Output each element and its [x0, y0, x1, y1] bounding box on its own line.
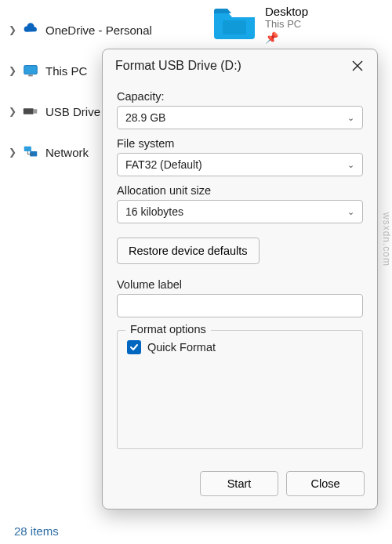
check-icon: [129, 343, 139, 352]
quick-format-checkbox[interactable]: [127, 340, 141, 354]
chevron-down-icon: ⌄: [347, 160, 354, 170]
quick-format-label: Quick Format: [147, 341, 216, 354]
status-bar-items: 28 items: [14, 524, 59, 538]
tree-item-label: OneDrive - Personal: [45, 24, 152, 37]
tree-item-label: USB Drive: [45, 105, 100, 118]
chevron-down-icon: ⌄: [347, 207, 354, 217]
format-dialog: Format USB Drive (D:) Capacity: 28.9 GB …: [102, 49, 378, 510]
item-title: Desktop: [265, 5, 308, 18]
pin-icon: 📌: [265, 31, 308, 44]
restore-defaults-button[interactable]: Restore device defaults: [117, 238, 260, 264]
svg-rect-2: [24, 108, 34, 114]
tree-item-onedrive[interactable]: ❯ OneDrive - Personal: [0, 14, 172, 45]
allocation-select[interactable]: 16 kilobytes ⌄: [117, 200, 363, 223]
capacity-select[interactable]: 28.9 GB ⌄: [117, 106, 363, 129]
watermark: wsxdn.com: [381, 212, 392, 267]
start-button[interactable]: Start: [200, 471, 278, 496]
chevron-right-icon: ❯: [6, 147, 19, 158]
onedrive-icon: [22, 21, 39, 38]
volume-label-input[interactable]: [117, 294, 363, 317]
filesystem-select[interactable]: FAT32 (Default) ⌄: [117, 153, 363, 176]
capacity-value: 28.9 GB: [125, 111, 165, 124]
content-item-desktop[interactable]: Desktop This PC 📌: [212, 5, 308, 44]
folder-icon: [212, 5, 257, 41]
tree-item-label: This PC: [45, 64, 87, 78]
close-icon: [352, 60, 363, 71]
usb-icon: [22, 103, 39, 120]
svg-rect-8: [223, 20, 246, 34]
svg-rect-3: [34, 109, 38, 114]
allocation-value: 16 kilobytes: [125, 205, 183, 218]
svg-rect-5: [30, 151, 37, 156]
chevron-right-icon: ❯: [6, 24, 19, 35]
dialog-title-text: Format USB Drive (D:): [115, 59, 241, 73]
thispc-icon: [22, 62, 39, 79]
chevron-right-icon: ❯: [6, 106, 19, 117]
allocation-label: Allocation unit size: [117, 184, 363, 197]
capacity-label: Capacity:: [117, 90, 363, 103]
close-button[interactable]: [349, 57, 366, 74]
svg-rect-0: [24, 66, 38, 74]
volume-label: Volume label: [117, 278, 363, 291]
chevron-down-icon: ⌄: [347, 113, 354, 123]
format-options-legend: Format options: [125, 323, 211, 335]
chevron-right-icon: ❯: [6, 65, 19, 76]
network-icon: [22, 143, 39, 161]
filesystem-label: File system: [117, 137, 363, 150]
svg-rect-4: [24, 147, 31, 151]
tree-item-label: Network: [45, 146, 89, 159]
svg-rect-1: [28, 75, 33, 77]
item-subtitle: This PC: [265, 18, 308, 30]
close-dialog-button[interactable]: Close: [286, 471, 365, 496]
format-options-group: Format options Quick Format: [117, 330, 363, 449]
filesystem-value: FAT32 (Default): [125, 158, 202, 171]
